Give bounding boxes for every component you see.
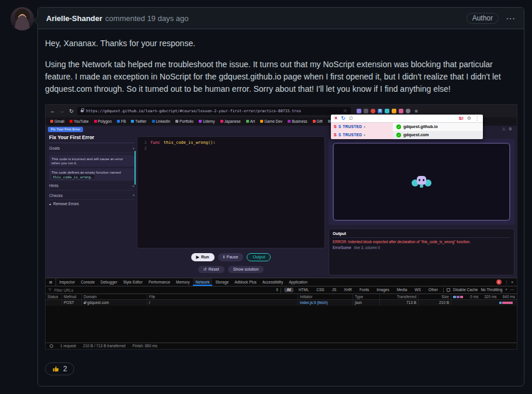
- filter-css[interactable]: CSS: [314, 288, 326, 292]
- url-bar[interactable]: ☆: [77, 107, 351, 115]
- output-toggle-button[interactable]: Output: [247, 253, 271, 261]
- tab-adblock-plus[interactable]: Adblock Plus: [232, 278, 260, 286]
- filter-fonts[interactable]: Fonts: [357, 288, 371, 292]
- more-options-icon[interactable]: ⋮: [475, 116, 479, 122]
- reload-button[interactable]: ↻: [68, 108, 75, 115]
- tab-accessibility[interactable]: Accessibility: [260, 278, 286, 286]
- tab-application[interactable]: Application: [286, 278, 310, 286]
- tab-memory[interactable]: Memory: [173, 278, 192, 286]
- column-method[interactable]: Method: [62, 294, 82, 299]
- url-input[interactable]: [86, 109, 341, 113]
- back-button[interactable]: ←: [49, 108, 56, 115]
- extension-icon[interactable]: [357, 109, 361, 113]
- filter-other[interactable]: Other: [426, 288, 440, 292]
- bookmark-label: Polygon: [98, 119, 112, 124]
- devtools-close-icon[interactable]: ×: [511, 280, 513, 285]
- block-icon[interactable]: ∅: [349, 116, 353, 122]
- account-icon[interactable]: [406, 109, 410, 113]
- trust-selector[interactable]: S S TRUSTED ▾: [331, 131, 393, 139]
- reload-icon[interactable]: ↻: [341, 115, 346, 122]
- pause-recording-icon[interactable]: ‖: [277, 288, 278, 292]
- bookmark-item[interactable]: Gift: [313, 119, 323, 124]
- bookmark-item[interactable]: LinkedIn: [152, 119, 171, 124]
- bookmark-item[interactable]: Portfolio: [175, 119, 194, 124]
- goals-section-header[interactable]: Goals ▾: [49, 146, 134, 153]
- bookmark-item[interactable]: Gmail: [50, 119, 64, 124]
- error-count-badge[interactable]: 1: [496, 279, 502, 285]
- waterfall-segment: [499, 302, 502, 304]
- filter-xhr[interactable]: XHR: [341, 288, 354, 292]
- code-editor[interactable]: 1 func this_code_is_wrong(): 2: [137, 136, 325, 248]
- tab-console[interactable]: Console: [78, 278, 98, 286]
- performance-analysis-icon[interactable]: [50, 344, 53, 348]
- bookmark-item[interactable]: Twitter: [131, 119, 146, 124]
- column-file[interactable]: File: [147, 294, 298, 299]
- filter-ws[interactable]: WS: [412, 288, 423, 292]
- run-button[interactable]: ▶ Run: [191, 253, 215, 261]
- tab-storage[interactable]: Storage: [212, 278, 232, 286]
- bookmark-label: Udemy: [203, 119, 215, 124]
- extension-icon[interactable]: [399, 109, 403, 113]
- settings-icon[interactable]: ⚙: [509, 127, 512, 132]
- column-type[interactable]: Type: [353, 294, 380, 299]
- menu-button[interactable]: ≡: [413, 108, 420, 115]
- bookmark-item[interactable]: Business: [288, 119, 307, 124]
- column-initiator[interactable]: Initiator: [298, 294, 353, 299]
- sidebar-scrollbar[interactable]: [134, 151, 136, 185]
- pick-element-icon[interactable]: ⊞: [46, 278, 56, 286]
- extension-icon[interactable]: [364, 109, 368, 113]
- close-icon[interactable]: ×: [334, 115, 337, 122]
- disable-cache-checkbox[interactable]: [447, 288, 450, 292]
- bookmark-item[interactable]: YouTube: [70, 119, 89, 124]
- column-domain[interactable]: Domain: [82, 294, 147, 299]
- throttling-select[interactable]: No Throttling: [481, 288, 502, 292]
- bookmark-item[interactable]: Art: [246, 119, 255, 124]
- column-status[interactable]: Status: [46, 294, 62, 299]
- bookmark-star-icon[interactable]: ☆: [343, 108, 347, 114]
- forward-button[interactable]: →: [58, 108, 65, 115]
- comment-timestamp[interactable]: commented 19 days ago: [105, 14, 188, 23]
- bookmark-item[interactable]: Polygon: [94, 119, 112, 124]
- report-issue-icon[interactable]: ⚠: [502, 127, 505, 132]
- tab-network[interactable]: Network: [193, 278, 213, 286]
- filter-all[interactable]: All: [284, 288, 293, 292]
- filter-html[interactable]: HTML: [296, 288, 312, 292]
- lesson-breadcrumb[interactable]: Fix Your First Error: [48, 127, 83, 132]
- gear-icon[interactable]: ⚙: [467, 116, 471, 122]
- embedded-screenshot[interactable]: ← → ↻ ☆ S ≡: [45, 104, 517, 350]
- reset-button[interactable]: ↺ Reset: [198, 266, 224, 273]
- adblock-icon[interactable]: [371, 109, 375, 113]
- kebab-menu-button[interactable]: ···: [506, 14, 516, 23]
- pause-button[interactable]: ‖ Pause: [218, 253, 244, 261]
- filter-urls-input[interactable]: [54, 288, 96, 292]
- column-size[interactable]: Size: [419, 294, 451, 299]
- tab-style-editor[interactable]: Style Editor: [120, 278, 146, 286]
- tab-performance[interactable]: Performance: [146, 278, 173, 286]
- filter-media[interactable]: Media: [395, 288, 410, 292]
- reaction-button[interactable]: 2: [45, 362, 74, 375]
- noscript-icon[interactable]: S: [378, 109, 382, 113]
- checks-section-header[interactable]: Checks ▾: [49, 193, 134, 200]
- tab-debugger[interactable]: Debugger: [98, 278, 120, 286]
- devtools-menu-icon[interactable]: ⋮: [505, 280, 509, 285]
- trust-selector[interactable]: S S TRUSTED ▾: [331, 123, 393, 131]
- filter-images[interactable]: Images: [374, 288, 391, 292]
- column-timeline[interactable]: 0 ms 320 ms 640 ms: [451, 294, 517, 299]
- network-request-row[interactable]: POST gdquest.com / index.js:9 (fetch) js…: [46, 300, 517, 306]
- noscript-popup: × ↻ ∅ S! ⚙ ⋮ S S TRUSTED ▾ ✓: [331, 115, 483, 139]
- extension-icon[interactable]: [392, 109, 396, 113]
- extension-icon[interactable]: [385, 109, 389, 113]
- bookmark-item[interactable]: Japanese: [220, 119, 241, 124]
- author-name[interactable]: Arielle-Shander: [46, 14, 102, 23]
- column-transferred[interactable]: Transferred: [380, 294, 419, 299]
- bookmark-item[interactable]: FB: [117, 119, 126, 124]
- filter-js[interactable]: JS: [330, 288, 339, 292]
- hints-section-header[interactable]: Hints ▸: [49, 184, 134, 190]
- bookmark-item[interactable]: Game Dev: [260, 119, 282, 124]
- initiator-link[interactable]: index.js:9 (fetch): [300, 300, 328, 305]
- bookmark-item[interactable]: Udemy: [199, 119, 215, 124]
- har-menu-icon[interactable]: ⋯: [510, 288, 514, 292]
- avatar[interactable]: [11, 7, 34, 30]
- show-solution-button[interactable]: Show solution: [228, 266, 264, 273]
- tab-inspector[interactable]: Inspector: [56, 278, 78, 286]
